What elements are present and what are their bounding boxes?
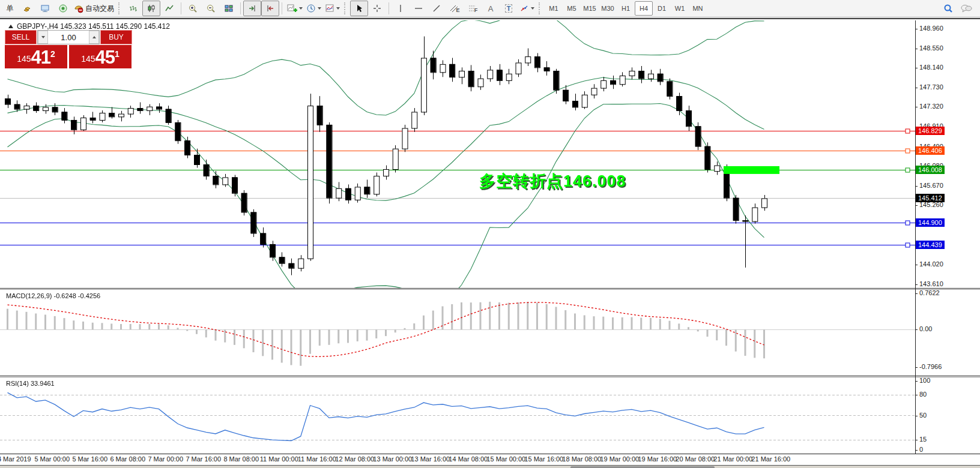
sell-button[interactable]: SELL [5, 30, 37, 44]
volume-decrease-button[interactable] [38, 31, 48, 44]
profiles-button[interactable] [18, 1, 36, 16]
autotrade-label: 自动交易 [85, 4, 114, 14]
volume-increase-button[interactable] [89, 31, 99, 44]
time-axis-label: 11 Mar 00:00 [260, 455, 298, 463]
buy-price-prefix: 145 [81, 51, 95, 67]
sell-price-display[interactable]: 145412 [5, 45, 67, 68]
tile-windows-button[interactable] [220, 1, 238, 16]
time-axis-label: 7 Mar 16:00 [186, 455, 221, 463]
timeframe-m15-button[interactable]: M15 [581, 1, 599, 16]
new-order-label: 单 [7, 4, 14, 14]
rsi-value: 33.9461 [31, 380, 55, 387]
fibonacci-button[interactable]: F [464, 1, 482, 16]
level-price-tag: 146.008 [916, 166, 945, 174]
mt4-window: 单 自动交易 [0, 0, 980, 468]
channel-button[interactable]: E [446, 1, 464, 16]
terminal-icon [40, 4, 50, 13]
horizontal-line-icon [414, 4, 423, 13]
macd-title: MACD(12,26,9) [6, 292, 52, 299]
candlestick-chart-button[interactable] [142, 1, 160, 16]
line-chart-button[interactable] [160, 1, 178, 16]
arrows-tool-button[interactable] [518, 1, 536, 16]
chart-shift-button[interactable] [261, 1, 279, 16]
timeframe-mn-button[interactable]: MN [689, 1, 707, 16]
axis-tick-mark [915, 440, 918, 440]
add-indicator-icon [286, 4, 297, 13]
toolbar: 单 自动交易 [0, 0, 980, 17]
trendline-icon [432, 4, 441, 13]
trendline-button[interactable] [428, 1, 446, 16]
signals-button[interactable] [54, 1, 72, 16]
bid-price-tag: 145.412 [916, 194, 945, 202]
price-tick-label: 145.670 [919, 182, 943, 189]
horizontal-line-button[interactable] [410, 1, 428, 16]
cursor-button[interactable] [350, 1, 368, 16]
symbol-header: GBPJPY-,H4 145.323 145.511 145.290 145.4… [8, 22, 170, 31]
rsi-tick-label: 50 [919, 412, 927, 419]
level-price-tag: 144.900 [916, 218, 945, 227]
rsi-pane-canvas[interactable] [0, 377, 915, 454]
level-price-tag: 146.406 [916, 146, 945, 155]
macd-pane-canvas[interactable] [0, 290, 915, 376]
price-tick-label: 147.730 [919, 83, 943, 91]
autotrade-button[interactable]: 自动交易 [72, 1, 116, 16]
volume-input[interactable] [48, 31, 89, 44]
zoom-in-button[interactable] [184, 1, 202, 16]
channel-glyph: E [456, 7, 459, 13]
vertical-line-button[interactable] [392, 1, 410, 16]
level-price-tag: 146.829 [916, 127, 945, 135]
toolbar-separator [282, 2, 282, 14]
caret-down-icon [41, 36, 45, 38]
toolbar-grip[interactable] [539, 2, 543, 14]
buy-button[interactable]: BUY [100, 30, 132, 44]
volume-stepper [37, 30, 100, 44]
templates-button[interactable] [323, 1, 342, 16]
add-indicator-button[interactable] [285, 1, 304, 16]
new-order-button[interactable]: 单 [0, 1, 18, 16]
axis-tick-mark [915, 205, 918, 206]
collapse-panel-arrow-icon[interactable] [8, 25, 13, 28]
toolbar-grip[interactable] [118, 2, 122, 14]
timeframe-m30-button[interactable]: M30 [599, 1, 617, 16]
time-axis-label: 18 Mar 08:00 [562, 455, 601, 463]
candlestick-chart-icon [147, 4, 156, 13]
buy-price-pip: 1 [115, 50, 119, 58]
bar-chart-button[interactable] [124, 1, 142, 16]
text-label-button[interactable]: T [500, 1, 518, 16]
chat-button[interactable] [957, 1, 975, 16]
timeframe-w1-button[interactable]: W1 [671, 1, 689, 16]
timeframe-m1-button[interactable]: M1 [545, 1, 563, 16]
auto-scroll-button[interactable] [243, 1, 261, 16]
macd-header: MACD(12,26,9) -0.6248 -0.4256 [6, 292, 100, 299]
timeframe-d1-button[interactable]: D1 [653, 1, 671, 16]
chart-scrollbar[interactable] [0, 465, 980, 468]
time-axis-label: 13 Mar 00:00 [373, 455, 412, 463]
rsi-tick-label: 15 [919, 436, 927, 443]
axis-tick-mark [915, 29, 918, 29]
one-click-trade-panel: SELL BUY 145412 145451 [5, 30, 132, 68]
text-tool-button[interactable]: A [482, 1, 500, 16]
price-tick-label: 143.610 [919, 280, 943, 287]
toolbar-separator [389, 2, 389, 14]
buy-price-big: 45 [95, 48, 115, 67]
price-axis-line [915, 20, 916, 454]
dropdown-caret-icon [299, 7, 303, 10]
timeframe-h4-button[interactable]: H4 [635, 1, 653, 16]
terminal-button[interactable] [36, 1, 54, 16]
timeframe-m5-button[interactable]: M5 [563, 1, 581, 16]
level-price-tag: 144.439 [916, 241, 945, 249]
toolbar-grip[interactable] [344, 2, 348, 14]
zoom-out-button[interactable] [202, 1, 220, 16]
chart-annotation-text: 多空转折点146.008 [479, 170, 626, 192]
timeframe-h1-button[interactable]: H1 [617, 1, 635, 16]
main-chart-canvas[interactable] [0, 20, 915, 288]
autotrade-icon [74, 4, 83, 13]
chart-area: GBPJPY-,H4 145.323 145.511 145.290 145.4… [0, 18, 980, 468]
buy-price-display[interactable]: 145451 [69, 45, 132, 68]
periods-button[interactable] [304, 1, 323, 16]
crosshair-button[interactable] [368, 1, 386, 16]
search-button[interactable] [939, 1, 957, 16]
vertical-line-icon [396, 4, 405, 13]
crosshair-icon [372, 4, 382, 13]
axis-tick-mark [915, 107, 918, 107]
